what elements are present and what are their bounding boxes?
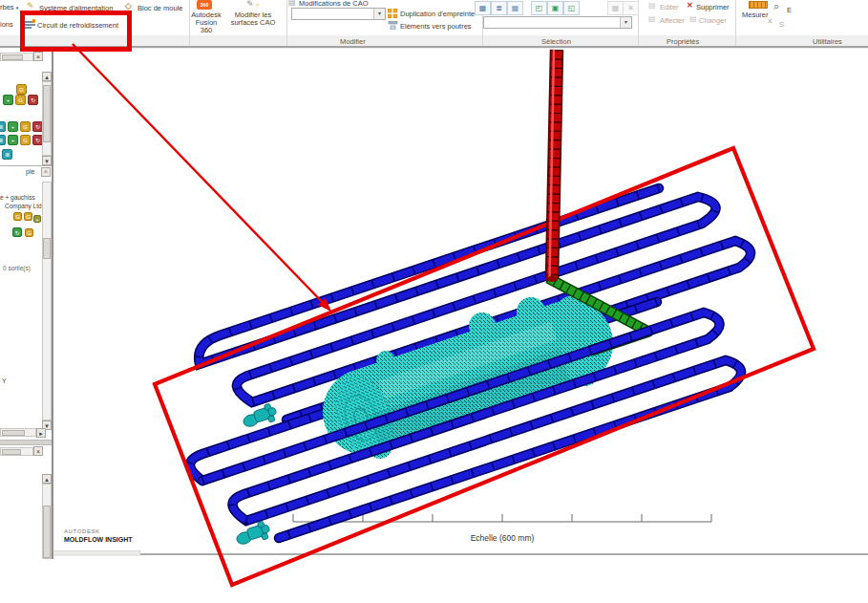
horizontal-scrollbar-thumb[interactable] bbox=[45, 551, 140, 556]
select-connected-icon[interactable]: ◱ bbox=[563, 1, 580, 15]
outputs-count-label: 0 sortie(s) bbox=[3, 265, 31, 271]
measure-button[interactable]: Mesurer bbox=[742, 11, 769, 19]
properties-group-label: Propriétés bbox=[667, 37, 699, 46]
panel-collapse-button[interactable]: ^ bbox=[41, 167, 51, 177]
task-icon[interactable]: ≣ bbox=[0, 121, 6, 132]
modify-cad-diamond-icon: ◇ bbox=[256, 3, 260, 8]
tasks-pane-vscrollbar[interactable] bbox=[42, 81, 52, 156]
scroll-down-button[interactable]: ▾ bbox=[42, 156, 52, 165]
scroll-up-button[interactable]: ▴ bbox=[42, 72, 52, 81]
save-selection-icon: ▦ bbox=[607, 1, 624, 15]
tasks-pane-close-button[interactable]: × bbox=[33, 52, 43, 61]
select-by-box-icon[interactable]: ▦ bbox=[475, 1, 491, 15]
curves-button[interactable]: rbes ▾ bbox=[0, 3, 18, 11]
suppress-button-fragment: S bbox=[779, 20, 784, 29]
change-properties-icon: ▤ bbox=[689, 15, 697, 23]
modify-cad-surfaces-button[interactable]: Modifier les surfaces CAO bbox=[223, 11, 283, 27]
change-properties-button: Changer bbox=[699, 16, 727, 25]
select-facing-icon[interactable]: ▣ bbox=[547, 1, 563, 15]
study-panel-header-fragment: ple bbox=[26, 168, 34, 175]
study-name-line1[interactable]: e + gauchiss bbox=[0, 194, 35, 201]
select-by-layer-icon[interactable]: ≣ bbox=[491, 1, 507, 15]
cooling-circuit-highlight-box bbox=[20, 11, 132, 52]
study-pane-vscrollbar[interactable] bbox=[42, 182, 52, 420]
autodesk-logo-line2: MOLDFLOW INSIGHT bbox=[64, 536, 133, 543]
task-icon[interactable]: ≣ bbox=[2, 149, 12, 160]
log-pane-close-button[interactable]: × bbox=[33, 446, 43, 456]
cad-modifications-button[interactable]: Modifications de CAO bbox=[299, 0, 369, 8]
regions-fragment[interactable]: ions bbox=[0, 20, 13, 29]
task-icon[interactable]: G bbox=[15, 95, 26, 105]
modify-combo[interactable]: ▾ bbox=[291, 8, 386, 20]
sidebar: × G + G ↻ ≣ + G ↻ ≣ + G ↻ ≣ ▴ ▾ ple ^ e … bbox=[0, 48, 53, 559]
chevron-down-icon: ▾ bbox=[16, 5, 19, 11]
axis-y-label: Y bbox=[2, 377, 7, 384]
log-pane-hscrollbar[interactable] bbox=[0, 447, 33, 456]
task-icon[interactable]: G bbox=[20, 135, 31, 145]
task-icon[interactable]: + bbox=[3, 95, 13, 105]
delete-properties-icon: ✕ bbox=[687, 2, 693, 10]
study-icon[interactable]: G bbox=[25, 228, 33, 237]
examine-button-fragment[interactable]: E bbox=[787, 6, 792, 14]
selection-group-label: Sélection bbox=[541, 37, 571, 46]
assign-properties-icon: ▤ bbox=[648, 15, 656, 23]
mold-block-icon: ◇ bbox=[125, 2, 132, 11]
selection-combo[interactable]: ▾ bbox=[483, 16, 632, 29]
study-icon[interactable]: G bbox=[24, 212, 32, 221]
task-icon[interactable]: + bbox=[8, 135, 18, 145]
study-name-line2[interactable]: Company Ltd bbox=[5, 203, 42, 209]
group-divider bbox=[286, 0, 287, 46]
modify-cad-surfaces-icon: ✎ bbox=[246, 0, 254, 9]
scroll-right-button[interactable]: ▸ bbox=[36, 428, 46, 438]
panel-divider bbox=[0, 165, 52, 166]
log-pane-vscrollbar[interactable] bbox=[42, 484, 52, 559]
feed-system-icon: ✎ bbox=[27, 2, 34, 11]
modify-group-label: Modifier bbox=[340, 37, 366, 46]
measure-icon bbox=[749, 1, 768, 9]
tasks-pane-hscrollbar[interactable] bbox=[0, 53, 33, 61]
viewport-3d[interactable]: Echelle (600 mm) AUTODESK MOLDFLOW INSIG… bbox=[0, 0, 868, 603]
study-pane-hscrollbar[interactable] bbox=[0, 428, 36, 437]
expand-selection-icon[interactable]: ◰ bbox=[531, 1, 547, 15]
suppress-cross-icon: ✕ bbox=[767, 18, 773, 26]
assign-properties-button: Affecter bbox=[660, 16, 685, 25]
elements-to-beams-button[interactable]: Eléments vers poutres bbox=[400, 22, 472, 31]
select-by-property-icon[interactable]: ▦ bbox=[507, 1, 523, 15]
elements-to-beams-icon bbox=[388, 21, 398, 30]
study-icon[interactable]: ↻ bbox=[12, 227, 22, 237]
cad-modifications-icon: ▤ bbox=[288, 0, 296, 7]
study-icon[interactable]: + bbox=[33, 215, 41, 223]
delete-properties-button[interactable]: Supprimer bbox=[696, 3, 730, 11]
cavity-duplication-button[interactable]: Duplication d'empreinte bbox=[400, 10, 475, 18]
combo-dropdown-icon[interactable]: ▾ bbox=[620, 17, 631, 28]
fusion360-icon: 360 bbox=[197, 0, 212, 10]
examine-magnifier-icon[interactable]: ⌕ bbox=[773, 1, 779, 11]
scale-bar-label: Echelle (600 mm) bbox=[471, 533, 535, 543]
study-icon[interactable]: G bbox=[13, 212, 22, 221]
task-icon[interactable]: ≣ bbox=[0, 135, 6, 145]
scroll-up-button[interactable]: ▴ bbox=[42, 474, 52, 484]
utilities-group-label: Utilitaires bbox=[813, 37, 842, 46]
moldflow-window: Echelle (600 mm) AUTODESK MOLDFLOW INSIG… bbox=[0, 0, 868, 603]
combo-dropdown-icon[interactable]: ▾ bbox=[373, 9, 385, 19]
edit-properties-button: Editer bbox=[660, 3, 679, 11]
fusion360-button[interactable]: Autodesk Fusion 360 bbox=[189, 11, 223, 34]
panel-splitter[interactable] bbox=[0, 440, 52, 445]
task-icon[interactable]: G bbox=[16, 84, 27, 95]
group-divider bbox=[735, 0, 736, 46]
task-icon[interactable]: ↻ bbox=[28, 95, 38, 105]
cavity-duplication-icon bbox=[388, 9, 398, 18]
task-icon[interactable]: G bbox=[20, 121, 31, 132]
clear-selection-icon: ✕ bbox=[623, 1, 639, 15]
autodesk-logo-line1: AUTODESK bbox=[64, 528, 100, 534]
edit-properties-icon: ▤ bbox=[648, 2, 656, 10]
mold-block-button[interactable]: Bloc de moule bbox=[138, 4, 183, 12]
task-icon[interactable]: + bbox=[8, 121, 18, 132]
